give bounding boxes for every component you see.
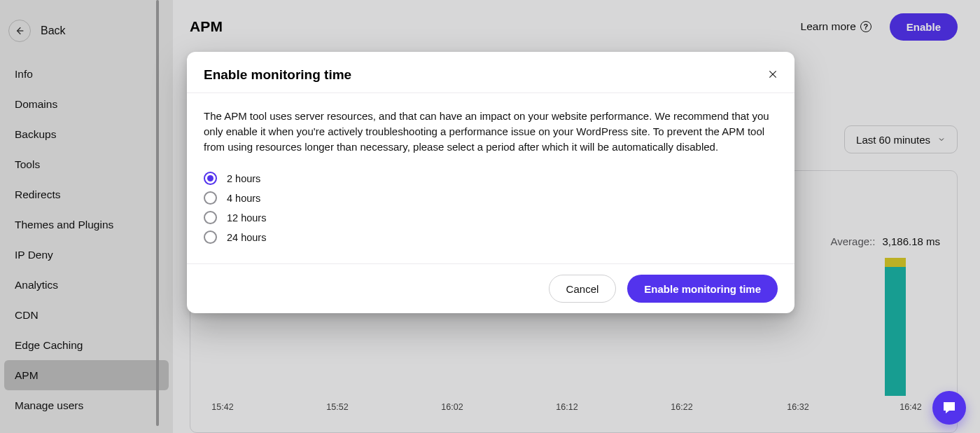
radio-icon	[204, 191, 217, 205]
modal-header: Enable monitoring time	[187, 52, 794, 92]
close-icon	[768, 69, 778, 79]
modal-body: The APM tool uses server resources, and …	[187, 93, 794, 263]
radio-icon	[204, 231, 217, 244]
confirm-button[interactable]: Enable monitoring time	[627, 275, 778, 303]
radio-icon	[204, 172, 217, 185]
radio-24-hours[interactable]: 24 hours	[204, 231, 778, 244]
chat-launcher[interactable]	[932, 391, 966, 425]
confirm-button-label: Enable monitoring time	[644, 283, 761, 295]
cancel-button-label: Cancel	[566, 283, 599, 295]
radio-label: 4 hours	[227, 193, 260, 204]
enable-monitoring-modal: Enable monitoring time The APM tool uses…	[187, 52, 794, 313]
chat-icon	[941, 399, 958, 416]
radio-2-hours[interactable]: 2 hours	[204, 172, 778, 185]
radio-label: 24 hours	[227, 232, 266, 243]
cancel-button[interactable]: Cancel	[549, 275, 617, 303]
radio-4-hours[interactable]: 4 hours	[204, 191, 778, 205]
radio-icon	[204, 211, 217, 224]
duration-radio-group: 2 hours 4 hours 12 hours 24 hours	[204, 172, 778, 244]
radio-label: 12 hours	[227, 212, 266, 224]
modal-footer: Cancel Enable monitoring time	[187, 263, 794, 313]
modal-description: The APM tool uses server resources, and …	[204, 109, 778, 155]
close-button[interactable]	[768, 69, 778, 81]
radio-12-hours[interactable]: 12 hours	[204, 211, 778, 224]
app-root: Back Info Domains Backups Tools Redirect…	[0, 0, 980, 433]
radio-label: 2 hours	[227, 173, 260, 184]
modal-title: Enable monitoring time	[204, 67, 351, 83]
